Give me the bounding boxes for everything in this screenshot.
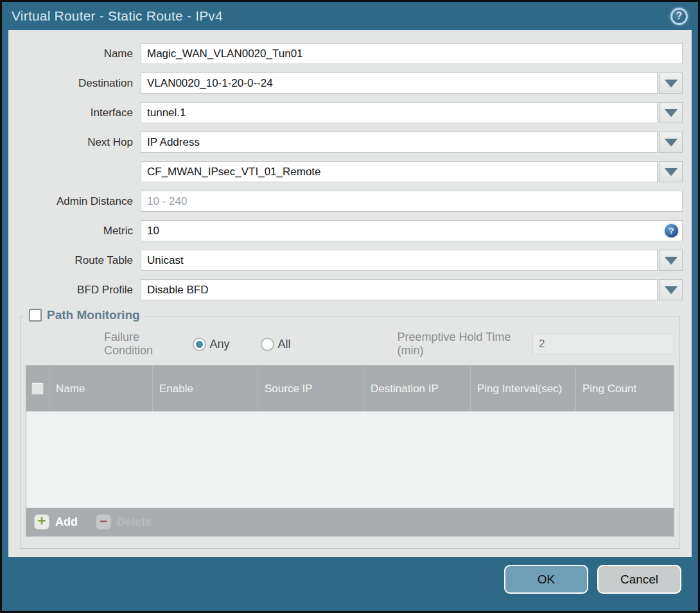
metric-help-icon[interactable]: ? [665,224,678,237]
destination-input[interactable] [141,73,658,94]
admin-distance-input[interactable] [141,191,683,212]
failure-condition-all-label: All [278,338,291,351]
chevron-down-icon [665,168,678,176]
route-table-row: Route Table [17,250,683,271]
radio-any-group: Any [193,338,252,351]
destination-dropdown-button[interactable] [659,73,683,94]
failure-condition-all-radio[interactable] [261,338,274,351]
interface-label: Interface [17,107,141,119]
table-header: Name Enable Source IP Destination IP Pin… [26,366,674,411]
bfd-profile-label: BFD Profile [17,284,141,297]
failure-condition-any-radio[interactable] [193,338,206,351]
bfd-profile-row: BFD Profile [17,279,683,300]
delete-button-label: Delete [117,515,152,529]
name-input[interactable] [141,43,683,64]
chevron-down-icon [665,80,678,87]
chevron-down-icon [665,257,678,264]
chevron-down-icon [665,139,678,146]
interface-dropdown-button[interactable] [659,102,683,123]
static-route-dialog: Virtual Router - Static Route - IPv4 ? N… [0,0,700,613]
next-hop-dropdown-button[interactable] [659,132,683,153]
column-header-enable[interactable]: Enable [153,366,258,411]
radio-all-group: All [261,338,313,351]
add-button[interactable]: + Add [34,514,78,530]
failure-condition-any-label: Any [210,338,230,351]
bfd-profile-dropdown-button[interactable] [659,279,683,300]
plus-glyph: + [38,514,46,528]
preemptive-hold-time-input[interactable] [532,334,674,354]
add-plus-icon: + [34,514,49,530]
route-table-input[interactable] [141,250,658,271]
bfd-profile-input[interactable] [141,279,658,300]
next-hop-address-dropdown-button[interactable] [659,161,683,182]
dialog-content: Name Destination Interface Next Hop [8,30,692,557]
titlebar: Virtual Router - Static Route - IPv4 ? [2,2,698,30]
delete-minus-icon: − [96,514,111,530]
name-row: Name [17,43,683,64]
interface-input[interactable] [141,102,658,123]
name-label: Name [17,47,141,60]
next-hop-address-row [17,161,683,182]
column-header-ping-count[interactable]: Ping Count [576,366,674,411]
route-table-dropdown-button[interactable] [659,250,683,271]
dialog-button-bar: OK Cancel [2,557,698,611]
path-monitoring-legend: Path Monitoring [24,308,144,322]
admin-distance-label: Admin Distance [17,195,141,208]
next-hop-label: Next Hop [17,136,141,149]
column-header-destination-ip[interactable]: Destination IP [364,366,471,411]
help-icon[interactable]: ? [670,8,688,25]
dialog-title: Virtual Router - Static Route - IPv4 [12,8,223,24]
minus-glyph: − [100,515,107,528]
cancel-button[interactable]: Cancel [597,565,681,594]
ok-button[interactable]: OK [504,565,588,594]
table-footer: + Add − Delete [26,508,674,536]
delete-button[interactable]: − Delete [96,514,152,530]
route-table-label: Route Table [17,254,141,267]
path-monitoring-section: Path Monitoring Failure Condition Any Al… [20,316,680,549]
admin-distance-row: Admin Distance [17,191,683,212]
column-header-ping-interval[interactable]: Ping Interval(sec) [471,366,576,411]
chevron-down-icon [665,109,678,117]
interface-row: Interface [17,102,683,123]
select-all-cell [26,366,49,411]
destination-row: Destination [17,73,683,94]
destination-label: Destination [17,77,141,90]
chevron-down-icon [665,286,678,294]
next-hop-address-input[interactable] [141,161,658,182]
failure-condition-row: Failure Condition Any All Preemptive Hol… [26,333,674,355]
failure-condition-label: Failure Condition [104,331,184,358]
select-all-checkbox[interactable] [31,383,44,395]
next-hop-row: Next Hop [17,132,683,153]
metric-label: Metric [17,225,141,237]
preemptive-hold-time-label: Preemptive Hold Time (min) [398,331,527,358]
path-monitoring-checkbox[interactable] [29,309,42,322]
column-header-name[interactable]: Name [49,366,153,411]
metric-row: Metric ? [17,220,683,241]
table-body-empty [26,411,674,508]
next-hop-type-input[interactable] [141,132,658,153]
metric-input[interactable] [141,220,683,241]
add-button-label: Add [55,515,78,529]
path-monitoring-title: Path Monitoring [47,308,140,322]
path-monitoring-table: Name Enable Source IP Destination IP Pin… [26,365,674,537]
column-header-source-ip[interactable]: Source IP [258,366,364,411]
